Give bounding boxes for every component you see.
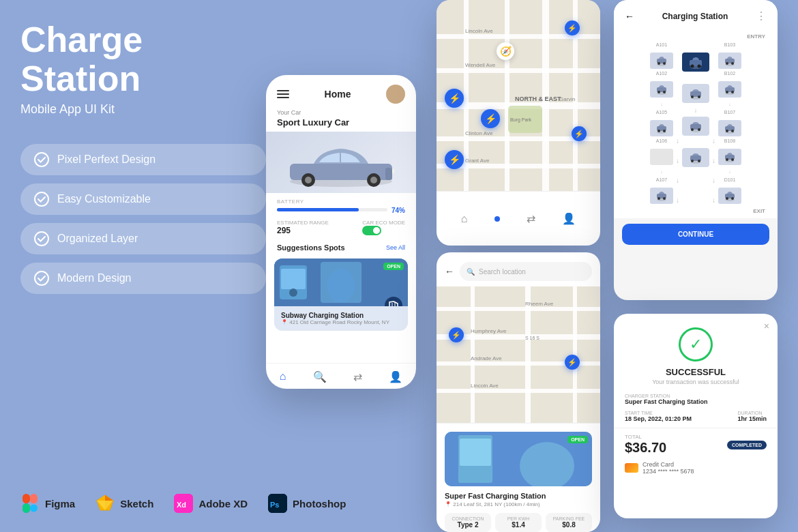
continue-button[interactable]: CONTINUE [622, 224, 769, 245]
search-bar[interactable]: 🔍 Search location [460, 262, 592, 281]
svg-point-117 [731, 158, 734, 161]
location-icon: 📍 [281, 319, 288, 325]
tool-ps: Ps Photoshop [268, 494, 346, 513]
suggestions-title: Suggestions Spots [277, 243, 345, 252]
svg-point-96 [691, 128, 694, 131]
nav-profile[interactable]: 👤 [389, 370, 402, 383]
search-pin-1[interactable]: ⚡ [449, 327, 464, 342]
battery-pct: 74% [391, 207, 405, 214]
kwh-stat: PER KWH $1.4 [495, 513, 542, 532]
spot-d101[interactable] [718, 188, 741, 204]
station-name: Subway Charging Station [281, 312, 401, 319]
phone-success-screen: × ✓ SUCCESSFUL Your transaction was succ… [614, 314, 778, 518]
svg-point-3 [35, 271, 48, 285]
range-val: 295 [277, 226, 329, 235]
tools-section: Figma Sketch Xd Adobe XD Ps [20, 494, 346, 513]
svg-point-32 [327, 269, 355, 303]
svg-point-92 [691, 95, 694, 98]
svg-point-30 [289, 289, 297, 297]
svg-point-81 [663, 130, 666, 132]
charge-pin-1[interactable]: ⚡ [565, 20, 580, 35]
time-row: START TIME 18 Sep, 2022, 01:20 PM DURATI… [625, 411, 767, 422]
svg-rect-59 [525, 286, 531, 423]
svg-text:Ps: Ps [270, 501, 279, 509]
svg-point-17 [392, 88, 399, 95]
parking-more-button[interactable]: ⋮ [756, 10, 767, 23]
map-nav-route-icon[interactable]: ⇄ [527, 212, 535, 225]
phone-header: Home [266, 75, 416, 109]
detail-stats: CONNECTION Type 2 PER KWH $1.4 PARKING F… [445, 513, 592, 532]
svg-point-22 [305, 177, 312, 183]
selected-spot[interactable] [682, 53, 709, 72]
map-nav-home-icon[interactable]: ⌂ [461, 213, 468, 225]
spot-a102[interactable] [650, 81, 673, 98]
hamburger-menu[interactable] [277, 90, 289, 98]
svg-point-84 [657, 197, 660, 200]
nav-home[interactable]: ⌂ [280, 370, 286, 383]
range-stat: ESTIMATED RANGE 295 [277, 220, 329, 235]
feature-modern: Modern Design [20, 263, 266, 294]
credit-number: 1234 **** **** 5678 [642, 468, 694, 475]
nav-search[interactable]: 🔍 [313, 370, 327, 383]
back-button[interactable]: ← [445, 266, 454, 277]
svg-point-113 [731, 130, 734, 132]
see-all-link[interactable]: See All [386, 244, 405, 251]
svg-point-7 [30, 505, 38, 512]
spot-middle-4[interactable] [682, 148, 709, 167]
check-icon-2 [34, 192, 49, 207]
svg-point-2 [35, 232, 48, 246]
eco-toggle[interactable] [362, 226, 381, 235]
spot-a101[interactable] [650, 53, 673, 69]
feature-text-2: Easy Customizable [57, 193, 151, 205]
spot-a106-empty[interactable] [650, 149, 673, 165]
svg-point-109 [731, 91, 734, 93]
search-pin-2[interactable]: ⚡ [565, 355, 580, 370]
detail-open-badge: OPEN [567, 436, 588, 443]
spot-b108[interactable] [718, 149, 741, 165]
stats-row: ESTIMATED RANGE 295 CAR ECO MODE [266, 217, 416, 238]
svg-point-89 [698, 65, 701, 68]
svg-text:Garvin: Garvin [559, 96, 576, 102]
nav-route[interactable]: ⇄ [353, 370, 362, 383]
spot-b102[interactable] [718, 81, 741, 98]
feature-layer: Organized Layer [20, 223, 266, 254]
connection-stat: CONNECTION Type 2 [445, 513, 491, 532]
map-area: Lincoln Ave Wendell Ave NORTH & EAST Cli… [437, 0, 600, 191]
total-label: TOTAL [625, 434, 666, 440]
charge-pin-4[interactable]: ⚡ [572, 126, 587, 141]
svg-point-120 [726, 197, 728, 200]
map-nav-active-dot [494, 216, 500, 222]
charge-pin-2[interactable]: ⚡ [445, 89, 464, 108]
spot-b103[interactable] [718, 53, 741, 69]
spot-middle-3[interactable] [682, 117, 709, 136]
map-nav-profile-icon[interactable]: 👤 [562, 212, 576, 225]
detail-station-name: Super Fast Charging Station [445, 492, 592, 500]
check-icon-1 [34, 152, 49, 167]
feature-text-3: Organized Layer [57, 233, 138, 245]
phone-home-screen: Home Your Car Sport Luxury Car [266, 75, 416, 389]
spot-a105[interactable] [650, 120, 673, 136]
station-card[interactable]: OPEN Subway Charging Station 📍 421 Old C… [274, 258, 408, 331]
svg-point-105 [731, 62, 734, 65]
home-title: Home [325, 89, 351, 100]
total-row: TOTAL $36.70 COMPLETED [614, 434, 778, 456]
station-detail-image: OPEN [445, 432, 592, 486]
user-avatar[interactable] [386, 85, 405, 104]
col-b: B103 B102 ↓ B107 B108 ↓ D101 [718, 42, 741, 204]
charge-pin-3[interactable]: ⚡ [481, 109, 500, 128]
lane-arrows-2: ↓ ↓ ↓ ↓ [712, 42, 715, 204]
spot-middle-2[interactable] [682, 84, 709, 103]
duration-field: DURATION 1hr 15min [737, 411, 767, 422]
charge-pin-5[interactable]: ⚡ [445, 150, 464, 169]
lane-arrows: ↓ ↓ ↓ ↓ [676, 42, 679, 204]
spot-a107[interactable] [650, 188, 673, 204]
entry-label: ENTRY [619, 33, 772, 40]
parking-back-button[interactable]: ← [625, 11, 634, 22]
svg-point-1 [35, 192, 48, 206]
spot-b107[interactable] [718, 120, 741, 136]
close-button[interactable]: × [764, 321, 769, 331]
svg-rect-4 [23, 494, 30, 503]
suggestions-header: Suggestions Spots See All [266, 241, 416, 254]
svg-rect-29 [281, 269, 306, 289]
svg-text:Grant Ave: Grant Ave [465, 158, 490, 164]
